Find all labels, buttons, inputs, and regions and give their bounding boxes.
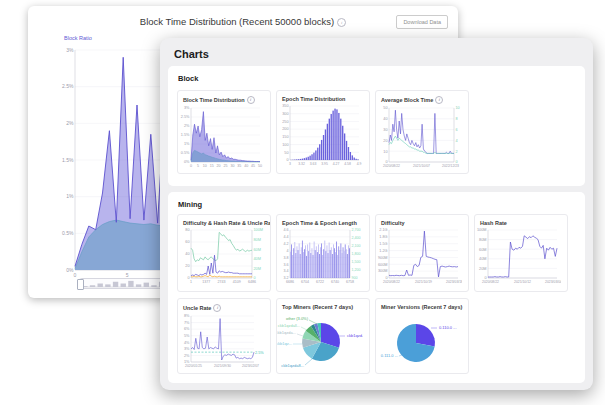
svg-text:100: 100	[282, 143, 288, 147]
charts-page: Charts Block Block Time Distributioni 3%…	[160, 38, 593, 390]
y-axis-label: Block Ratio	[64, 35, 92, 41]
svg-text:2: 2	[456, 150, 458, 154]
svg-text:4.4: 4.4	[284, 235, 289, 239]
svg-text:2,100: 2,100	[352, 244, 361, 248]
chart-card-block-time-distribution[interactable]: Block Time Distributioni 3%2.5%2%1.5%1%0…	[177, 90, 271, 174]
section-label-block: Block	[168, 66, 585, 83]
svg-text:15: 15	[210, 164, 214, 168]
page: { "icons": {"info": "i"}, "background_wi…	[0, 0, 605, 405]
svg-text:4109: 4109	[233, 280, 241, 284]
svg-text:10: 10	[203, 164, 207, 168]
svg-text:10: 10	[456, 106, 460, 110]
svg-text:50: 50	[383, 106, 387, 110]
card-title: Average Block Time	[381, 97, 433, 103]
svg-text:250: 250	[282, 120, 288, 124]
svg-text:2.5%: 2.5%	[181, 115, 190, 119]
chart-card-hash-rate[interactable]: Hash Rate 100M80M60M40M20M02020/08/22202…	[474, 214, 568, 292]
chart-card-average-block-time[interactable]: Average Block Timei 50403020100108642020…	[375, 90, 469, 174]
chart-card-epoch-time-epoch-length[interactable]: Epoch Time & Epoch Length 4.64.44.243.83…	[276, 214, 370, 292]
svg-text:8%: 8%	[184, 314, 190, 318]
mini-chart: 3%2.5%2%1.5%1%0.5%0%05101520253035404550	[178, 106, 270, 170]
svg-text:45: 45	[251, 164, 255, 168]
svg-text:1.5G: 1.5G	[379, 242, 387, 246]
svg-text:200: 200	[282, 127, 288, 131]
svg-text:2020/08/22: 2020/08/22	[383, 280, 400, 284]
svg-text:20: 20	[383, 139, 387, 143]
svg-text:1,800: 1,800	[352, 252, 361, 256]
svg-text:2020/08/22: 2020/08/22	[383, 164, 400, 168]
mini-chart: 4.64.44.243.83.63.43.22,7002,4002,1001,8…	[277, 228, 369, 286]
svg-text:3.4: 3.4	[284, 269, 289, 273]
svg-text:2022/12/23: 2022/12/23	[442, 164, 459, 168]
svg-text:4%: 4%	[184, 341, 190, 345]
chart-card-uncle-rate[interactable]: Uncle Ratei 8%7%6%5%4%3%2%1%2020/01/2520…	[177, 298, 271, 374]
svg-text:40M: 40M	[479, 257, 486, 261]
svg-text:2.1G: 2.1G	[379, 228, 387, 232]
svg-text:0.110.0 ...: 0.110.0 ...	[439, 325, 457, 330]
svg-text:2020/01/25: 2020/01/25	[185, 364, 202, 368]
svg-text:1: 1	[190, 280, 192, 284]
info-icon[interactable]: i	[337, 18, 346, 27]
info-icon[interactable]: i	[213, 304, 221, 312]
chart-card-miner-versions[interactable]: Miner Versions (Recent 7 days) 0.110.0 .…	[375, 298, 469, 374]
svg-text:0.5%: 0.5%	[181, 151, 190, 155]
svg-text:8: 8	[456, 117, 458, 121]
svg-text:0.5%: 0.5%	[62, 230, 74, 236]
svg-text:3.32: 3.32	[298, 162, 305, 166]
svg-text:6%: 6%	[184, 327, 190, 331]
svg-text:20: 20	[185, 264, 189, 268]
svg-text:300: 300	[282, 112, 288, 116]
mini-chart: 5040302010010864202020/08/222021/10/0720…	[376, 106, 468, 170]
svg-text:1.8G: 1.8G	[379, 235, 387, 239]
chart-card-difficulty-hashrate-unclerate[interactable]: Difficulty & Hash Rate & Uncle Rate 8060…	[177, 214, 271, 292]
card-title: Miner Versions (Recent 7 days)	[381, 304, 462, 310]
svg-text:2%: 2%	[184, 124, 190, 128]
svg-text:2023/03/04: 2023/03/04	[545, 280, 561, 284]
svg-text:4.9: 4.9	[357, 162, 362, 166]
chart-card-difficulty[interactable]: Difficulty 2.1G1.8G1.5G1.2G900M600M300M0…	[375, 214, 469, 292]
svg-text:0.111.0 ...: 0.111.0 ...	[381, 353, 398, 358]
svg-text:2021/09/30: 2021/09/30	[214, 364, 231, 368]
svg-text:4.27: 4.27	[333, 162, 340, 166]
svg-text:1.5%: 1.5%	[181, 133, 190, 137]
svg-text:10: 10	[383, 150, 387, 154]
chart-card-top-miners[interactable]: Top Miners (Recent 7 days) other (3.0%)c…	[276, 298, 370, 374]
card-title: Epoch Time & Epoch Length	[282, 220, 357, 226]
datazoom-handle-left[interactable]	[77, 279, 84, 290]
svg-text:ckb1qzda...: ckb1qzda...	[277, 330, 296, 335]
info-icon[interactable]: i	[435, 96, 443, 104]
svg-text:2,400: 2,400	[352, 236, 361, 240]
svg-text:3%: 3%	[66, 47, 74, 53]
svg-text:3.63: 3.63	[310, 162, 317, 166]
svg-text:7%: 7%	[184, 321, 190, 325]
info-icon[interactable]: i	[247, 96, 255, 104]
svg-text:2023/02/07: 2023/02/07	[242, 364, 259, 368]
mining-section: Mining Difficulty & Hash Rate & Uncle Ra…	[168, 192, 585, 383]
svg-text:ckb1qz...: ckb1qz...	[277, 341, 292, 346]
svg-text:25: 25	[224, 164, 228, 168]
page-title: Charts	[160, 38, 593, 60]
svg-text:20: 20	[217, 164, 221, 168]
svg-text:6704: 6704	[301, 280, 309, 284]
svg-text:100M: 100M	[477, 228, 487, 232]
download-data-button[interactable]: Download Data	[396, 15, 448, 29]
svg-text:80: 80	[185, 228, 189, 232]
svg-text:50: 50	[258, 164, 262, 168]
svg-text:6686: 6686	[286, 280, 294, 284]
chart-card-epoch-time-distribution[interactable]: Epoch Time Distribution 3503002502001501…	[276, 90, 370, 174]
svg-text:1,200: 1,200	[352, 268, 361, 272]
svg-text:50: 50	[284, 151, 288, 155]
mini-chart: 2.1G1.8G1.5G1.2G900M600M300M02020/08/222…	[376, 228, 468, 286]
svg-text:6758: 6758	[346, 280, 354, 284]
card-title: Epoch Time Distribution	[282, 96, 345, 102]
svg-text:1,500: 1,500	[352, 260, 361, 264]
svg-text:40: 40	[185, 252, 189, 256]
svg-text:3%: 3%	[184, 347, 190, 351]
svg-text:40: 40	[383, 117, 387, 121]
svg-text:2021/10/07: 2021/10/07	[413, 164, 430, 168]
svg-text:4: 4	[287, 249, 289, 253]
svg-text:ckb1qzda8...: ckb1qzda8...	[281, 363, 304, 368]
svg-text:1377: 1377	[202, 280, 210, 284]
svg-text:5: 5	[197, 164, 199, 168]
svg-text:900M: 900M	[378, 256, 388, 260]
